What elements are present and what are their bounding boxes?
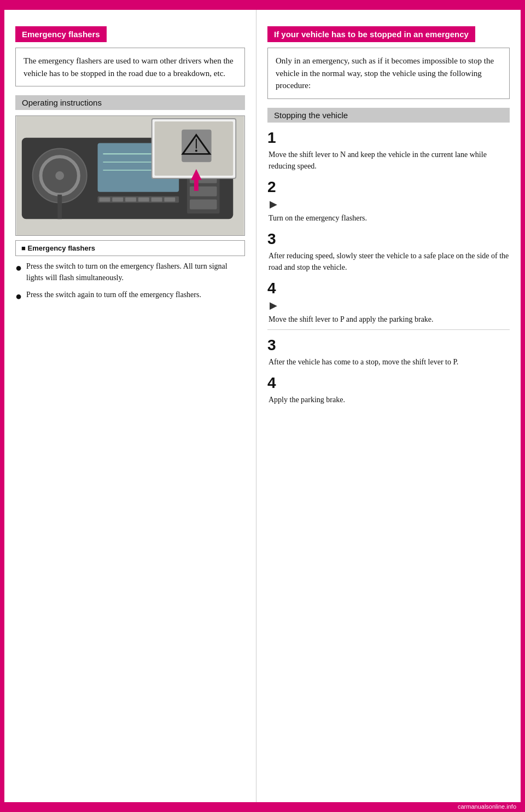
emergency-stop-description: Only in an emergency, such as if it beco… <box>267 48 510 99</box>
step-separator-1 <box>267 329 510 330</box>
bottom-bar <box>0 802 525 812</box>
step-3-text: After reducing speed, slowly steer the v… <box>267 250 510 273</box>
left-column: Emergency flashers The emergency flasher… <box>4 10 256 802</box>
step-2-arrow: ▶ <box>270 198 510 210</box>
footer-url: carmanualsonline.info <box>458 803 516 810</box>
step-3b-text: After the vehicle has come to a stop, mo… <box>267 356 510 368</box>
svg-point-28 <box>195 149 197 152</box>
step-4-text: Move the shift lever to P and apply the … <box>267 314 510 325</box>
svg-rect-30 <box>194 180 199 191</box>
operating-instructions-header: Operating instructions <box>15 95 245 110</box>
step-4b-number: 4 <box>267 374 510 392</box>
right-bar <box>521 10 525 802</box>
svg-rect-12 <box>112 198 123 202</box>
step-4b-text: Apply the parking brake. <box>267 394 510 405</box>
step-3-number: 3 <box>267 230 510 248</box>
svg-rect-16 <box>164 198 175 202</box>
svg-rect-21 <box>190 187 217 196</box>
stopping-vehicle-header: Stopping the vehicle <box>267 108 510 123</box>
svg-rect-14 <box>138 198 149 202</box>
step-2-text: Turn on the emergency flashers. <box>267 212 510 224</box>
emergency-flashers-description: The emergency flashers are used to warn … <box>15 48 245 86</box>
step-1-text: Move the shift lever to N and keep the v… <box>267 149 510 172</box>
step-4-number: 4 <box>267 280 510 297</box>
step-3b-number: 3 <box>267 337 510 354</box>
bullet-dot-2: ● <box>15 288 22 304</box>
svg-point-4 <box>55 171 64 180</box>
emergency-stop-header: If your vehicle has to be stopped in an … <box>267 26 475 42</box>
bullet-item-2: ● Press the switch again to turn off the… <box>15 289 245 304</box>
step-4-arrow: ▶ <box>270 299 510 311</box>
svg-rect-22 <box>190 200 217 210</box>
step-1-number: 1 <box>267 129 510 147</box>
caption-box: ■ Emergency flashers <box>15 240 245 256</box>
dashboard-image <box>15 115 245 236</box>
svg-rect-11 <box>100 198 110 202</box>
svg-rect-15 <box>151 198 162 202</box>
svg-rect-13 <box>125 198 136 202</box>
right-column: If your vehicle has to be stopped in an … <box>256 10 521 802</box>
bullet-item-1: ● Press the switch to turn on the emerge… <box>15 260 245 283</box>
emergency-flashers-header: Emergency flashers <box>15 26 107 42</box>
step-2-number: 2 <box>267 178 510 196</box>
left-bar <box>0 10 4 802</box>
bullet-dot-1: ● <box>15 259 22 276</box>
top-bar <box>0 0 525 10</box>
